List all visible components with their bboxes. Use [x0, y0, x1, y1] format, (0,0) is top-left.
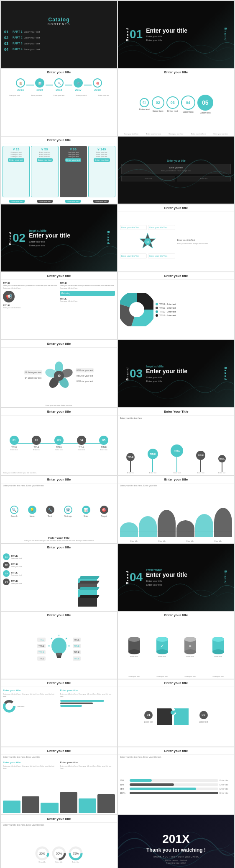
timeline-title: Enter your title — [1, 69, 117, 76]
slide-tree: Enter Your Title Enter your title text h… — [118, 408, 234, 475]
svg-rect-17 — [56, 655, 61, 656]
price-card-3: ¥ 99 Enter your text Enter your text Ent… — [60, 146, 87, 197]
svg-point-35 — [184, 649, 196, 654]
flower-title: Enter your title — [1, 340, 117, 348]
svg-point-40 — [212, 649, 224, 654]
slide-circles: Enter your title 01 Enter text 02 Enter … — [118, 69, 234, 136]
brand-03-title: Enter your title — [146, 368, 230, 375]
nodes-row: 01 TITLEEnter text 02 TITLEEnter text 03… — [1, 416, 117, 470]
svg-text:25%: 25% — [39, 852, 45, 855]
small-bars-title: Enter your title — [1, 815, 117, 823]
svg-text:✓: ✓ — [161, 643, 164, 648]
star-title: Enter your title — [118, 204, 234, 212]
cylinder-3-svg: ≡ — [184, 636, 197, 655]
slide-mountain: Enter your title Enter your title text h… — [118, 476, 234, 543]
svg-point-15 — [51, 638, 66, 654]
tree-title: Enter Your Title — [118, 408, 234, 416]
svg-point-7 — [129, 302, 144, 317]
svg-point-26 — [128, 649, 140, 654]
slide-thankyou: 201X Thank you for watching ! THANK YOU … — [118, 815, 234, 868]
brand-01-title: Enter your title — [146, 27, 230, 34]
bar-comp-title: Enter your title — [1, 747, 117, 755]
slide-brand-03: Brand 03 target subtitle Enter your titl… — [118, 340, 234, 407]
star-svg: ⚙ — [137, 231, 158, 252]
list-title: Enter your title — [1, 544, 117, 551]
svg-point-44 — [6, 703, 12, 709]
slides-grid: Catalog CONTENTS 01 PART 1 Enter your te… — [0, 0, 235, 868]
megaphone-title: Enter your title — [1, 272, 117, 280]
svg-text:50%: 50% — [56, 852, 61, 855]
two-col-title: Enter your title — [1, 679, 117, 687]
cylinder-1-svg — [128, 636, 141, 655]
bulb-svg — [48, 634, 71, 664]
cylinders-title: Enter your title — [118, 612, 234, 619]
slide-star-gear: Enter your title Enter your title/Text E… — [118, 204, 234, 271]
svg-rect-16 — [56, 653, 62, 655]
dark-wave-title: Enter your title — [121, 159, 231, 162]
catalog-item-2: 02 PART 2 Enter your text — [4, 36, 114, 40]
slide-cylinders: Enter your title Enter text ✓ — [118, 612, 234, 679]
brand-02-title: Enter your title — [29, 232, 113, 239]
slide-catalog: Catalog CONTENTS 01 PART 1 Enter your te… — [1, 1, 117, 68]
catalog-item-1: 01 PART 1 Enter your text — [4, 30, 114, 34]
timeline-item-3: 🔍 2016 — [54, 78, 64, 91]
slide-pie: Enter your title TITLE - Enter text TITL… — [118, 272, 234, 339]
slide-list-items: Enter your title 01 TITLE Enter your tex… — [1, 544, 117, 611]
timeline-item-4: ⚙️ 2017 — [74, 78, 83, 91]
timeline-item-1: 🏠 2014 — [16, 78, 25, 91]
svg-text:⚙: ⚙ — [58, 374, 61, 378]
flower-svg: ⚙ — [44, 361, 74, 390]
slide-brand-02: Brand 02 target subtitle Enter your titl… — [1, 204, 117, 271]
slide-timeline: Enter your title 🏠 2014 📊 2015 🔍 2016 ⚙️… — [1, 69, 117, 136]
svg-line-22 — [51, 638, 52, 639]
svg-point-36 — [184, 637, 196, 642]
slide-two-col: Enter your title Enter your title Enter … — [1, 679, 117, 747]
thankyou-year: 201X — [146, 833, 206, 845]
price-card-1: ¥ 29 Enter your text Enter your text Ent… — [3, 146, 30, 197]
svg-line-23 — [66, 638, 67, 639]
puzzle-svg — [155, 704, 197, 729]
slide-bulb: Enter your title TITLE TITLE TITLE TITLE — [1, 612, 117, 679]
gauge-3-svg: 75% — [69, 846, 83, 861]
gauge-1-svg: 25% — [35, 846, 50, 861]
bar-gauge-title: Enter your title — [118, 747, 234, 755]
circles-row: 01 Enter text 02 Enter text 03 Enter tex… — [118, 76, 234, 132]
svg-text:⚙: ⚙ — [146, 240, 149, 243]
slide-pricing: Enter your title ¥ 29 Enter your text En… — [1, 137, 117, 204]
bulb-title: Enter your title — [1, 612, 117, 619]
timeline-item-2: 📊 2015 — [35, 78, 44, 91]
cylinder-4-svg — [212, 636, 225, 655]
svg-point-30 — [156, 649, 168, 654]
cylinder-2-svg: ✓ — [156, 636, 169, 655]
line-nodes-title: Enter your title — [1, 408, 117, 416]
circles-title: Enter your title — [118, 69, 234, 76]
thankyou-main: Thank you for watching ! — [146, 847, 206, 854]
svg-text:75%: 75% — [72, 852, 78, 855]
donut-small-svg — [3, 700, 15, 713]
svg-point-31 — [156, 637, 168, 642]
svg-point-45 — [171, 710, 175, 715]
catalog-item-4: 04 PART 4 Enter your text — [4, 47, 114, 52]
puzzle-title: Enter your title — [118, 679, 234, 687]
gauge-2-svg: 50% — [52, 846, 66, 861]
svg-text:≡: ≡ — [189, 643, 192, 648]
slide-small-bars: Enter your title Enter your title text h… — [1, 815, 117, 868]
slide-megaphone: Enter your title TITLE Enter your title … — [1, 272, 117, 339]
svg-point-27 — [128, 637, 140, 642]
slide-flower: Enter your title 01 Enter your text 04 E… — [1, 340, 117, 407]
svg-rect-18 — [57, 656, 61, 658]
catalog-title: Catalog CONTENTS — [4, 17, 114, 26]
pie-chart-svg — [120, 293, 153, 326]
timeline-item-5: 🎯 2018 — [93, 78, 102, 91]
pricing-row: ¥ 29 Enter your text Enter your text Ent… — [1, 144, 117, 199]
price-card-4: ¥ 149 Enter your text Enter your text En… — [88, 146, 115, 197]
brand-04-title: Enter your title — [146, 571, 230, 579]
icons-title: Enter your title — [1, 476, 117, 483]
timeline-row: 🏠 2014 📊 2015 🔍 2016 ⚙️ 2017 🎯 2018 — [1, 76, 117, 93]
slide-bar-comparison: Enter your title Enter your title text h… — [1, 747, 117, 814]
slide-dark-wave-1: Enter your title Enter your title Enter … — [118, 137, 234, 204]
slide-puzzle: Enter your title 01 Enter text 03 Enter … — [118, 679, 234, 747]
pricing-title: Enter your title — [1, 137, 117, 144]
slide-brand-01: Brand 01 Enter your title Enter your tit… — [118, 1, 234, 68]
slide-bar-gauge: Enter your title Enter your title text h… — [118, 747, 234, 814]
